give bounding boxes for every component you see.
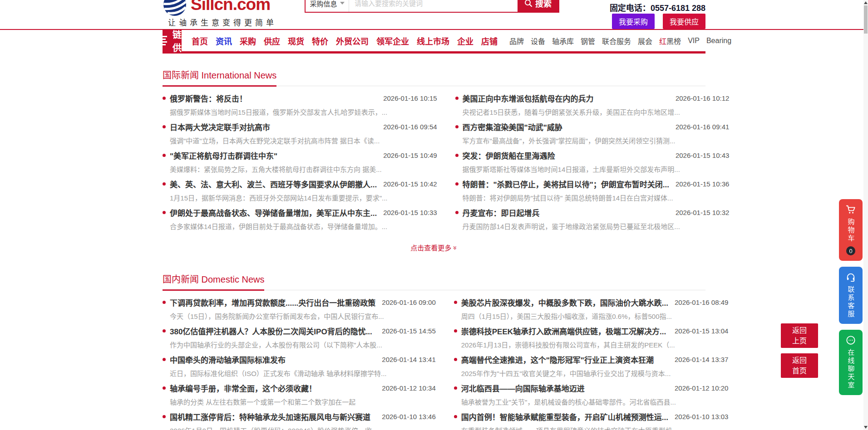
vertical-scrollbar[interactable] <box>863 0 868 430</box>
news-timestamp: 2026-01-15 10:43 <box>676 151 729 159</box>
nav-item-online-market[interactable]: 线上市场 <box>417 35 449 47</box>
nav-item-enterprise[interactable]: 企业 <box>457 35 473 47</box>
nav-item-joint-service[interactable]: 联合服务 <box>602 35 631 46</box>
bullet-icon <box>163 415 166 418</box>
news-title-link[interactable]: 伊朗处于最高战备状态、导弹储备量增加，美军正从中东主... <box>170 207 377 218</box>
news-item-row: 伊朗处于最高战备状态、导弹储备量增加，美军正从中东主...2026-01-15 … <box>163 207 437 218</box>
service-label: 联系客服 <box>846 286 856 318</box>
scroll-up-arrow-icon[interactable] <box>864 1 868 4</box>
news-title-link[interactable]: 国机精工涨停背后：特种轴承龙头加速拓展风电与新兴赛道 <box>170 411 375 422</box>
news-title-link[interactable]: "美军正将航母打击群调往中东" <box>170 150 377 161</box>
news-item: 380亿估值押注机器人？人本股份二次闯关IPO背后的隐忧...2026-01-1… <box>163 325 436 349</box>
news-title-link[interactable]: 380亿估值押注机器人？人本股份二次闯关IPO背后的隐忧... <box>170 325 375 337</box>
news-item-row: 下调再贷款利率，增加再贷款额度......央行出台一批重磅政策2026-01-1… <box>163 297 436 308</box>
nav-item-vip[interactable]: VIP <box>688 37 700 45</box>
news-timestamp: 2026-01-15 10:36 <box>676 180 729 188</box>
news-title-link[interactable]: 丹麦宣布：即日起增兵 <box>463 207 669 218</box>
i-want-to-supply-button[interactable]: 我要供应 <box>663 14 705 29</box>
chatroom-label: 在线聊天室 <box>846 349 856 390</box>
news-timestamp: 2026-01-12 10:34 <box>382 384 435 392</box>
news-item: 特朗普："杀戮已停止，美将拭目以待"；伊朗宣布暂时关闭...2026-01-15… <box>455 178 730 202</box>
news-title-link[interactable]: 俄罗斯警告：将反击！ <box>170 93 377 104</box>
nav-item-supply[interactable]: 供应 <box>264 35 280 47</box>
nav-item-shops[interactable]: 店铺 <box>481 35 498 47</box>
news-item: 西方密集渲染美国"动武"威胁2026-01-16 09:41军方宣布"最高战备"… <box>455 121 730 145</box>
nav-item-news[interactable]: 资讯 <box>216 35 232 47</box>
news-timestamp: 2026-01-10 13:46 <box>382 413 435 420</box>
search-input[interactable] <box>349 0 518 12</box>
news-summary: 强调"中道"立场，日本两大在野党决定联手对抗高市阵营 据日本《读... <box>163 136 437 145</box>
news-title-link[interactable]: 河北临西县——向国际轴承基地迈进 <box>461 382 668 394</box>
back-to-home-button[interactable]: 返回首页 <box>781 353 818 378</box>
scroll-down-arrow-icon[interactable] <box>864 426 868 429</box>
news-title-link[interactable]: 下调再贷款利率，增加再贷款额度......央行出台一批重磅政策 <box>170 297 375 308</box>
news-timestamp: 2026-01-14 13:41 <box>382 356 435 363</box>
news-title-link[interactable]: 日本两大党决定联手对抗高市 <box>170 121 377 132</box>
news-item-row: 日本两大党决定联手对抗高市2026-01-16 09:54 <box>163 121 437 132</box>
nav-item-steel-pipe[interactable]: 钢管 <box>581 35 595 46</box>
scrollbar-thumb[interactable] <box>864 5 868 34</box>
bullet-icon <box>455 182 459 186</box>
red-highlight: 红 <box>659 38 666 45</box>
section-domestic-news: 国内新闻 Domestic News 下调再贷款利率，增加再贷款额度......… <box>163 272 705 430</box>
news-item-row: 西方密集渲染美国"动武"威胁2026-01-16 09:41 <box>455 121 730 132</box>
news-summary: 在重型装备制造领域，一项具有里程碑意义的技术突破正在太原重型机... <box>454 425 729 430</box>
nav-item-purchase[interactable]: 采购 <box>240 35 256 47</box>
news-title-link[interactable]: 中国牵头的滑动轴承国际标准发布 <box>170 354 375 365</box>
contact-service-button[interactable]: 联系客服 <box>839 267 863 324</box>
online-chatroom-button[interactable]: 在线聊天室 <box>839 330 863 395</box>
news-title-link[interactable]: 高端替代全速推进，这个"隐形冠军"行业正上演资本狂潮 <box>461 354 668 365</box>
i-want-to-buy-button[interactable]: 我要采购 <box>612 14 655 29</box>
news-timestamp: 2026-01-16 09:00 <box>382 298 435 306</box>
back-to-previous-page-button[interactable]: 返回上页 <box>781 323 818 348</box>
bullet-icon <box>163 301 166 304</box>
nav-item-exhibitions[interactable]: 展会 <box>638 35 652 46</box>
bullet-icon <box>163 154 166 157</box>
full-chain-supply-menu[interactable]: 全链供应 <box>163 29 182 53</box>
nav-item-leading-enterprise[interactable]: 领军企业 <box>376 35 409 47</box>
news-title-link[interactable]: 美国正向中东增派包括航母在内的兵力 <box>463 93 669 104</box>
news-summary: 央视记者15日获悉，随着与伊朗紧张关系升级，美国正在向中东地区增... <box>455 107 730 117</box>
nav-item-red-black-list[interactable]: 红黑榜 <box>659 35 681 46</box>
news-title-link[interactable]: 美股芯片股深夜爆发，中概股多数下跌，国际油价大跳水跌... <box>461 297 668 308</box>
nav-item-brands[interactable]: 品牌 <box>509 35 524 46</box>
view-more-international-link[interactable]: 点击查看更多» <box>163 243 705 252</box>
nav-item-foreign-trade[interactable]: 外贸公司 <box>336 35 369 47</box>
nav-item-bearing[interactable]: Bearing <box>706 37 731 45</box>
news-summary: 据俄罗斯塔斯社等媒体当地时间14日报道，土库曼斯坦外交部发布声明... <box>455 164 730 174</box>
news-item: 美国正向中东增派包括航母在内的兵力2026-01-16 10:12央视记者15日… <box>455 93 730 117</box>
nav-item-equipment[interactable]: 设备 <box>531 35 545 46</box>
search-button[interactable]: 搜索 <box>518 0 558 12</box>
news-item-row: 美股芯片股深夜爆发，中概股多数下跌，国际油价大跳水跌...2026-01-16 … <box>454 297 729 308</box>
bullet-icon <box>455 211 459 214</box>
news-timestamp: 2026-01-12 10:20 <box>675 384 728 392</box>
nav-item-bearing-library[interactable]: 轴承库 <box>552 35 574 46</box>
news-title-link[interactable]: 崇德科技PEEK轴承打入欧洲高端供应链，极端工况解决方... <box>461 325 668 337</box>
news-item-row: 轴承编号手册，非常全面，这个必须收藏！2026-01-12 10:34 <box>163 382 436 394</box>
news-title-link[interactable]: 美、英、法、意大利、波兰、西班牙等多国要求从伊朗撤人... <box>170 178 377 190</box>
search-category-dropdown[interactable]: 采购信息 <box>306 0 349 12</box>
bullet-icon <box>454 386 457 390</box>
news-title-link[interactable]: 特朗普："杀戮已停止，美将拭目以待"；伊朗宣布暂时关闭... <box>463 178 669 190</box>
news-item: 下调再贷款利率，增加再贷款额度......央行出台一批重磅政策2026-01-1… <box>163 297 436 321</box>
nav-item-special-price[interactable]: 特价 <box>312 35 328 47</box>
news-title-link[interactable]: 轴承编号手册，非常全面，这个必须收藏！ <box>170 382 375 394</box>
news-title-link[interactable]: 突发：伊朗货船在里海遇险 <box>463 150 669 161</box>
search-category-label: 采购信息 <box>310 0 337 8</box>
news-title-link[interactable]: 国内首例！智能轴承赋能重型装备，开启矿山机械预测性运... <box>461 411 668 422</box>
news-item: "美军正将航母打击群调往中东"2026-01-15 10:49美媒爆料：紧张局势… <box>163 150 437 174</box>
logo-tagline: 让轴承生意变得更简单 <box>168 16 277 28</box>
bullet-icon <box>455 97 459 100</box>
news-item: 崇德科技PEEK轴承打入欧洲高端供应链，极端工况解决方...2026-01-15… <box>454 325 729 349</box>
news-summary: 周四（1月15日），美国三大股指小幅收涨，道指涨0.6%，标普500指... <box>454 311 729 321</box>
news-timestamp: 2026-01-16 10:12 <box>676 94 729 102</box>
news-item-row: 突发：伊朗货船在里海遇险2026-01-15 10:43 <box>455 150 730 161</box>
nav-item-spot-goods[interactable]: 现货 <box>288 35 304 47</box>
news-item-row: 国机精工涨停背后：特种轴承龙头加速拓展风电与新兴赛道2026-01-10 13:… <box>163 411 436 422</box>
shopping-cart-button[interactable]: 购物车 0 <box>839 199 863 261</box>
news-title-link[interactable]: 西方密集渲染美国"动武"威胁 <box>463 121 669 132</box>
news-item-row: 丹麦宣布：即日起增兵2026-01-15 10:32 <box>455 207 730 218</box>
chat-icon <box>846 335 856 345</box>
nav-item-home[interactable]: 首页 <box>192 35 208 47</box>
news-summary: 2026年1月13日，崇德科技股份有限公司宣布，其自主研发的PEEK（... <box>454 340 729 349</box>
